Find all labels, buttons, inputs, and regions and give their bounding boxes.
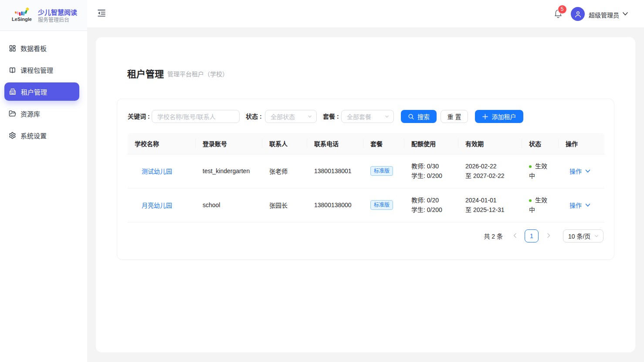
svg-text:LeSingle: LeSingle: [12, 17, 32, 22]
